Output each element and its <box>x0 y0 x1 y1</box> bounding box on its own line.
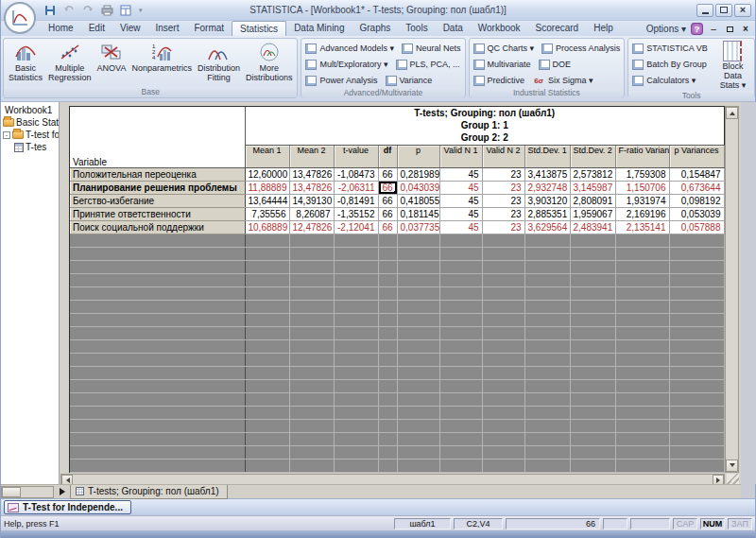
close-button[interactable]: × <box>734 4 751 17</box>
vertical-scrollbar[interactable] <box>725 106 739 473</box>
corner-cell[interactable]: Variable <box>70 107 245 167</box>
data-cell[interactable]: 45 <box>439 220 482 234</box>
data-cell[interactable]: 45 <box>439 207 482 220</box>
variable-cell[interactable]: Бегство-избегание <box>70 194 245 207</box>
data-cell[interactable]: -1,08473 <box>334 167 378 181</box>
data-cell[interactable]: 2,808091 <box>570 194 615 207</box>
options-button[interactable]: Options ▾ <box>646 24 686 34</box>
data-cell[interactable]: 3,413875 <box>524 167 570 181</box>
column-header-p[interactable]: p <box>397 145 439 167</box>
doc-restore-button[interactable] <box>724 25 735 34</box>
column-header-f-ratio-variances[interactable]: F-ratio Variances <box>615 145 669 167</box>
selected-cell[interactable]: 66 <box>378 181 397 194</box>
data-cell[interactable]: 13,64444 <box>245 194 289 207</box>
data-cell[interactable]: 3,145987 <box>570 181 615 194</box>
block-data-stats-button[interactable]: Block Data Stats ▾ <box>713 40 752 91</box>
menu-tab-insert[interactable]: Insert <box>147 21 186 36</box>
ribbon-button-statistica-vb[interactable]: STATISTICA VB <box>630 42 710 56</box>
ribbon-button-multivariate[interactable]: Multivariate <box>472 58 533 72</box>
data-cell[interactable]: 2,885351 <box>524 207 570 220</box>
data-cell[interactable]: 3,629564 <box>524 220 570 234</box>
scroll-up-button[interactable] <box>726 107 738 119</box>
menu-tab-data[interactable]: Data <box>436 21 471 36</box>
menu-tab-tools[interactable]: Tools <box>398 21 435 36</box>
column-header-df[interactable]: df <box>378 145 397 167</box>
ribbon-button-mult-exploratory[interactable]: Mult/Exploratory ▾ <box>303 58 389 72</box>
data-cell[interactable]: 23 <box>482 194 524 207</box>
doc-minimize-button[interactable]: – <box>708 25 719 34</box>
menu-tab-workbook[interactable]: Workbook <box>471 21 528 36</box>
column-header-mean-2[interactable]: Mean 2 <box>289 145 334 167</box>
ribbon-button-six-sigma[interactable]: 6σSix Sigma ▾ <box>530 74 595 88</box>
multiple-regression-button[interactable]: Multiple Regression <box>45 40 94 83</box>
variable-cell[interactable]: Принятие ответственности <box>70 207 245 220</box>
column-header-t-value[interactable]: t-value <box>334 145 378 167</box>
data-cell[interactable]: 45 <box>439 181 482 194</box>
menu-tab-edit[interactable]: Edit <box>81 21 112 36</box>
data-cell[interactable]: 12,60000 <box>245 167 289 181</box>
menu-tab-data-mining[interactable]: Data Mining <box>286 21 352 36</box>
data-cell[interactable]: 2,483941 <box>570 220 615 234</box>
column-header-valid-n-2[interactable]: Valid N 2 <box>482 145 524 167</box>
menu-tab-home[interactable]: Home <box>41 21 81 36</box>
data-cell[interactable]: 0,154847 <box>669 167 724 181</box>
column-header-mean-1[interactable]: Mean 1 <box>245 145 289 167</box>
basic-statistics-button[interactable]: Basic Statistics <box>6 40 45 83</box>
data-cell[interactable]: 66 <box>378 194 397 207</box>
ribbon-button-batch-by-group[interactable]: Batch By Group <box>630 58 709 72</box>
data-cell[interactable]: 8,26087 <box>289 207 334 220</box>
data-cell[interactable]: -2,06311 <box>334 181 378 194</box>
new-workbook-button[interactable] <box>118 4 133 17</box>
variable-cell[interactable]: Поиск социальной поддержки <box>70 220 245 234</box>
tree-expander-icon[interactable]: - <box>3 131 10 139</box>
data-cell[interactable]: 23 <box>482 167 524 181</box>
data-cell[interactable]: 66 <box>378 220 397 234</box>
menu-tab-help[interactable]: Help <box>586 21 621 36</box>
data-cell[interactable]: 0,673644 <box>669 181 724 194</box>
data-cell[interactable]: 10,68889 <box>245 220 289 234</box>
ribbon-button-variance[interactable]: Variance <box>384 74 435 88</box>
data-cell[interactable]: 0,098192 <box>669 194 724 207</box>
data-cell[interactable]: 0,037735 <box>397 220 439 234</box>
tree-horizontal-scrollbar[interactable] <box>1 486 54 498</box>
data-cell[interactable]: 2,169196 <box>615 207 669 220</box>
variable-cell[interactable]: Планирование решения проблемы <box>70 181 245 194</box>
ribbon-button-advanced-models[interactable]: Advanced Models ▾ <box>303 42 396 56</box>
ribbon-button-qc-charts[interactable]: QC Charts ▾ <box>472 42 537 56</box>
menu-tab-view[interactable]: View <box>112 21 148 36</box>
data-cell[interactable]: 13,47826 <box>289 167 334 181</box>
data-cell[interactable]: 45 <box>439 194 482 207</box>
ribbon-button-predictive[interactable]: Predictive <box>472 74 527 88</box>
data-cell[interactable]: 66 <box>378 207 397 220</box>
data-cell[interactable]: 0,053039 <box>669 207 724 220</box>
nonparametrics-button[interactable]: 124 Nonparametrics <box>129 40 195 74</box>
ribbon-button-pls-pca[interactable]: PLS, PCA, ... <box>394 58 462 72</box>
data-cell[interactable]: 14,39130 <box>289 194 334 207</box>
column-header-std-dev-2[interactable]: Std.Dev. 2 <box>570 145 615 167</box>
data-cell[interactable]: -2,12041 <box>334 220 378 234</box>
menu-tab-graphs[interactable]: Graphs <box>352 21 398 36</box>
print-button[interactable] <box>99 4 114 17</box>
sheet-tab[interactable]: T-tests; Grouping: пол (шабл1) <box>70 485 228 499</box>
ribbon-button-process-analysis[interactable]: Process Analysis <box>540 42 622 56</box>
ttest-window-button[interactable]: T-Test for Independe... <box>4 500 131 514</box>
qat-dropdown[interactable]: ▾ <box>139 7 143 14</box>
data-cell[interactable]: 1,759308 <box>615 167 669 181</box>
data-cell[interactable]: 2,135141 <box>615 220 669 234</box>
data-cell[interactable]: 11,88889 <box>245 181 289 194</box>
tab-scroll-right-button[interactable] <box>57 486 67 497</box>
undo-button[interactable] <box>61 4 77 17</box>
tree-item-t-test-fo[interactable]: -T-test fo <box>1 129 59 141</box>
column-header-std-dev-1[interactable]: Std.Dev. 1 <box>524 145 570 167</box>
ribbon-button-neural-nets[interactable]: Neural Nets <box>400 42 463 56</box>
redo-button[interactable] <box>80 4 95 17</box>
column-header-p-variances[interactable]: p Variances <box>669 145 724 167</box>
minimize-button[interactable] <box>696 4 713 17</box>
tree-item-workbook1[interactable]: Workbook1 <box>1 104 59 116</box>
menu-tab-format[interactable]: Format <box>186 21 232 36</box>
scroll-down-button[interactable] <box>726 460 738 472</box>
anova-button[interactable]: ANOVA <box>94 40 129 74</box>
save-button[interactable] <box>43 4 58 17</box>
data-cell[interactable]: -1,35152 <box>334 207 378 220</box>
data-cell[interactable]: 2,932748 <box>524 181 570 194</box>
